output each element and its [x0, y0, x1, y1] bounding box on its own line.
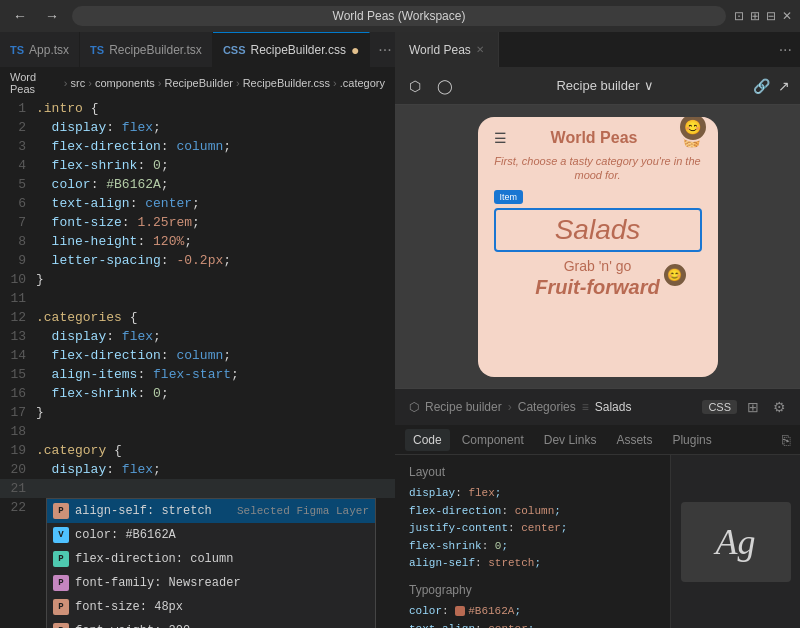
breadcrumb-item-4: RecipeBuilder [164, 77, 232, 89]
code-line: 3 flex-direction: column; [0, 137, 395, 156]
ac-text-1: color: #B6162A [75, 525, 176, 545]
back-button[interactable]: ← [8, 6, 32, 26]
ac-tag-0: Selected Figma Layer [237, 501, 369, 521]
code-line: 12 .categories { [0, 308, 395, 327]
figma-tab-worldpeas[interactable]: World Peas ✕ [395, 32, 499, 67]
salads-text: Salads [555, 214, 641, 245]
tab-label: RecipeBuilder.tsx [109, 43, 202, 57]
figma-tab-label: World Peas [409, 43, 471, 57]
code-line: 7 font-size: 1.25rem; [0, 213, 395, 232]
salads-box: Salads [494, 208, 702, 252]
figma-title-text: Recipe builder [556, 78, 639, 93]
typography-section-title: Typography [409, 583, 656, 597]
browser-icon-3: ⊟ [766, 9, 776, 23]
bc-2: Categories [518, 400, 576, 414]
address-bar[interactable] [72, 6, 726, 26]
tab-code[interactable]: Code [405, 429, 450, 451]
modified-dot: ● [351, 43, 359, 57]
tab-dev-links[interactable]: Dev Links [536, 429, 605, 451]
figma-typography-preview: Ag [670, 455, 800, 628]
breadcrumb-item-1: Word Peas [10, 71, 61, 95]
ac-icon-0: P [53, 503, 69, 519]
figma-external-icon[interactable]: ↗ [778, 78, 790, 94]
figma-panel-icon-1[interactable]: ⬡ [405, 396, 423, 418]
ac-text-2: flex-direction: column [75, 549, 233, 569]
figma-link-icon[interactable]: 🔗 [753, 78, 770, 94]
right-panel: World Peas ✕ ··· ⬡ ◯ Recipe builder ∨ 🔗 … [395, 32, 800, 628]
breadcrumb-item-2: src [71, 77, 86, 89]
figma-browser-bar: ⬡ ◯ Recipe builder ∨ 🔗 ↗ [395, 67, 800, 105]
figma-comment-icon[interactable]: ◯ [433, 74, 457, 98]
figma-pointer-icon[interactable]: ⬡ [405, 74, 425, 98]
autocomplete-item-2[interactable]: P flex-direction: column [47, 547, 375, 571]
code-line: 20 display: flex; [0, 460, 395, 479]
autocomplete-item-0[interactable]: P align-self: stretch Selected Figma Lay… [47, 499, 375, 523]
autocomplete-dropdown[interactable]: P align-self: stretch Selected Figma Lay… [46, 498, 376, 628]
browser-icon-1: ⊡ [734, 9, 744, 23]
code-area[interactable]: 1 .intro { 2 display: flex; 3 flex-direc… [0, 99, 395, 628]
breadcrumb-item-6: .category [340, 77, 385, 89]
figma-tab-bar: World Peas ✕ ··· [395, 32, 800, 67]
figma-panel-breadcrumb: Recipe builder › Categories ≡ Salads [425, 400, 631, 414]
tab-recipebuilder-css[interactable]: CSS RecipeBuilder.css ● [213, 32, 370, 67]
mockup-app-title: World Peas [551, 129, 638, 147]
ac-icon-3: P [53, 575, 69, 591]
tab-label: RecipeBuilder.css [251, 43, 346, 57]
figma-title-dropdown[interactable]: ∨ [644, 78, 654, 93]
typography-code-block: color: #B6162A; text-align: center; /* H… [409, 603, 656, 628]
fruit-forward-text: Fruit-forward [535, 276, 659, 299]
code-line: 2 display: flex; [0, 118, 395, 137]
code-line: 11 [0, 289, 395, 308]
tab-app-tsx[interactable]: TS App.tsx [0, 32, 80, 67]
avatar-second: 😊 [662, 262, 688, 288]
tab-overflow-button[interactable]: ··· [370, 41, 395, 59]
ac-text-3: font-family: Newsreader [75, 573, 241, 593]
code-line: 9 letter-spacing: -0.2px; [0, 251, 395, 270]
css-icon: CSS [223, 44, 246, 56]
copy-icon[interactable]: ⎘ [782, 432, 790, 448]
code-line: 6 text-align: center; [0, 194, 395, 213]
figma-settings-icon[interactable]: ⚙ [769, 395, 790, 419]
figma-preview-area: 😊 ☰ World Peas 🧺 First, choose a tasty c… [395, 105, 800, 388]
forward-button[interactable]: → [40, 6, 64, 26]
code-line: 16 flex-shrink: 0; [0, 384, 395, 403]
ag-preview-box: Ag [681, 502, 791, 582]
ac-text-0: align-self: stretch [75, 501, 212, 521]
ac-text-5: font-weight: 300 [75, 621, 190, 628]
code-line: 8 line-height: 120%; [0, 232, 395, 251]
ac-icon-4: P [53, 599, 69, 615]
figma-bottom-panel: ⬡ Recipe builder › Categories ≡ Salads C… [395, 388, 800, 628]
code-line: 19 .category { [0, 441, 395, 460]
figma-tab-close[interactable]: ✕ [476, 44, 484, 55]
code-line: 15 align-items: flex-start; [0, 365, 395, 384]
editor-panel: TS App.tsx TS RecipeBuilder.tsx CSS Reci… [0, 32, 395, 628]
grab-n-go-text: Grab 'n' go [564, 258, 632, 274]
autocomplete-item-1[interactable]: V color: #B6162A [47, 523, 375, 547]
layout-section-title: Layout [409, 465, 656, 479]
ag-preview-text: Ag [716, 521, 756, 563]
code-line: 18 [0, 422, 395, 441]
figma-right-icons: 🔗 ↗ [753, 78, 790, 94]
css-tag: CSS [702, 400, 737, 414]
breadcrumb-item-5: RecipeBuilder.css [243, 77, 330, 89]
code-line: 17 } [0, 403, 395, 422]
ts-icon: TS [90, 44, 104, 56]
mockup-subtitle: First, choose a tasty category you're in… [494, 154, 702, 183]
autocomplete-item-3[interactable]: P font-family: Newsreader [47, 571, 375, 595]
browser-icon-4: ✕ [782, 9, 792, 23]
mockup-header: ☰ World Peas 🧺 [494, 129, 702, 148]
tab-plugins[interactable]: Plugins [664, 429, 719, 451]
figma-split-icon[interactable]: ⊞ [743, 395, 763, 419]
layout-code-block: display: flex; flex-direction: column; j… [409, 485, 656, 573]
autocomplete-item-5[interactable]: P font-weight: 300 [47, 619, 375, 628]
code-line: 14 flex-direction: column; [0, 346, 395, 365]
ac-text-4: font-size: 48px [75, 597, 183, 617]
tab-recipebuilder-tsx[interactable]: TS RecipeBuilder.tsx [80, 32, 213, 67]
browser-icon-2: ⊞ [750, 9, 760, 23]
tab-assets[interactable]: Assets [608, 429, 660, 451]
figma-tab-more[interactable]: ··· [771, 41, 800, 59]
app-mockup: 😊 ☰ World Peas 🧺 First, choose a tasty c… [478, 117, 718, 377]
code-line: 10 } [0, 270, 395, 289]
autocomplete-item-4[interactable]: P font-size: 48px [47, 595, 375, 619]
tab-component[interactable]: Component [454, 429, 532, 451]
